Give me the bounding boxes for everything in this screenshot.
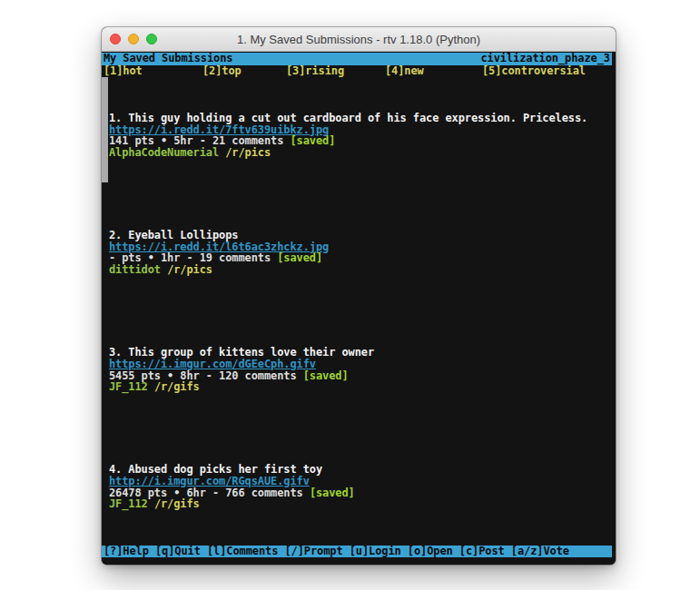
submission-byline: AlphaCodeNumerial /r/pics	[109, 147, 612, 159]
sort-tab-5[interactable]: [5]controversial	[482, 65, 586, 77]
submission-lines: 2. Eyeball Lollipopshttps://i.redd.it/l6…	[109, 230, 612, 277]
app-window: 1. My Saved Submissions - rtv 1.18.0 (Py…	[102, 27, 616, 565]
submission-item[interactable]: 2. Eyeball Lollipopshttps://i.redd.it/l6…	[102, 194, 612, 300]
saved-badge: [saved]	[303, 369, 349, 382]
submission-item[interactable]: 3. This group of kittens love their owne…	[102, 311, 612, 417]
sort-tab-2[interactable]: [2]top	[202, 65, 242, 77]
author-name: JF_112	[109, 380, 148, 393]
status-bar: [?]Help [q]Quit [l]Comments [/]Prompt [u…	[102, 546, 612, 558]
window-titlebar[interactable]: 1. My Saved Submissions - rtv 1.18.0 (Py…	[102, 27, 616, 52]
window-title: 1. My Saved Submissions - rtv 1.18.0 (Py…	[237, 33, 480, 46]
submission-byline: JF_112 /r/gifs	[109, 498, 612, 510]
stats-text: 26478 pts • 6hr - 766 comments	[109, 487, 310, 499]
submission-byline: dittidot /r/pics	[109, 264, 612, 276]
submission-title: 3. This group of kittens love their owne…	[109, 347, 612, 359]
saved-badge: [saved]	[291, 134, 336, 147]
sort-tab-1[interactable]: [1]hot	[104, 65, 143, 77]
sort-tab-4[interactable]: [4]new	[385, 65, 424, 77]
zoom-button[interactable]	[146, 34, 157, 44]
traffic-lights	[110, 27, 157, 51]
saved-badge: [saved]	[277, 251, 322, 264]
subreddit-name[interactable]: /r/pics	[167, 263, 212, 276]
subreddit-name[interactable]: /r/gifs	[154, 497, 200, 510]
selection-cursor	[102, 77, 108, 182]
subreddit-name[interactable]: /r/gifs	[154, 380, 200, 393]
subreddit-name[interactable]: /r/pics	[225, 146, 271, 159]
submission-byline: JF_112 /r/gifs	[109, 381, 612, 393]
stats-text: - pts • 1hr - 19 comments	[109, 251, 277, 264]
header-bar: My Saved Submissions civilization_phaze_…	[102, 53, 612, 65]
stats-text: 141 pts • 5hr - 21 comments	[109, 134, 291, 147]
terminal: My Saved Submissions civilization_phaze_…	[102, 52, 616, 565]
author-name: AlphaCodeNumerial	[109, 146, 219, 159]
sort-tabs: [1]hot[2]top[3]rising[4]new[5]controvers…	[102, 65, 612, 77]
submission-lines: 1. This guy holding a cut out cardboard …	[109, 113, 612, 160]
submission-lines: 3. This group of kittens love their owne…	[109, 347, 612, 394]
submission-lines: 4. Abused dog picks her first toyhttp://…	[109, 464, 612, 511]
logged-in-username: civilization_phaze_3	[481, 53, 611, 65]
byline-space	[148, 497, 154, 510]
submission-title: 1. This guy holding a cut out cardboard …	[109, 113, 612, 124]
stats-text: 5455 pts • 8hr - 120 comments	[109, 369, 303, 382]
author-name: dittidot	[109, 263, 161, 276]
submission-title: 2. Eyeball Lollipops	[109, 230, 612, 241]
sort-tab-3[interactable]: [3]rising	[286, 65, 344, 77]
submission-item[interactable]: 1. This guy holding a cut out cardboard …	[102, 77, 612, 182]
submission-list: 1. This guy holding a cut out cardboard …	[102, 77, 612, 546]
close-button[interactable]	[110, 34, 121, 44]
submission-title: 4. Abused dog picks her first toy	[109, 464, 612, 476]
author-name: JF_112	[109, 497, 148, 510]
byline-space	[148, 380, 154, 393]
submission-item[interactable]: 4. Abused dog picks her first toyhttp://…	[102, 428, 612, 534]
minimize-button[interactable]	[128, 34, 139, 44]
desktop: 1. My Saved Submissions - rtv 1.18.0 (Py…	[0, 0, 700, 590]
saved-badge: [saved]	[310, 487, 355, 499]
page-title: My Saved Submissions	[104, 53, 233, 65]
